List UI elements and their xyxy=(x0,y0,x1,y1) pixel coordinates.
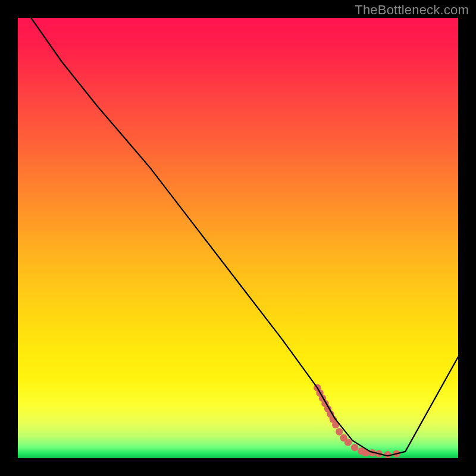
highlight-dot xyxy=(336,428,343,435)
highlight-dot xyxy=(345,439,352,446)
highlight-dot xyxy=(351,444,358,451)
highlight-dot xyxy=(384,451,391,458)
curve-line xyxy=(31,18,458,456)
highlight-series xyxy=(314,384,400,458)
chart-svg xyxy=(18,18,458,458)
plot-area xyxy=(18,18,458,458)
watermark-text: TheBottleneck.com xyxy=(355,2,469,18)
